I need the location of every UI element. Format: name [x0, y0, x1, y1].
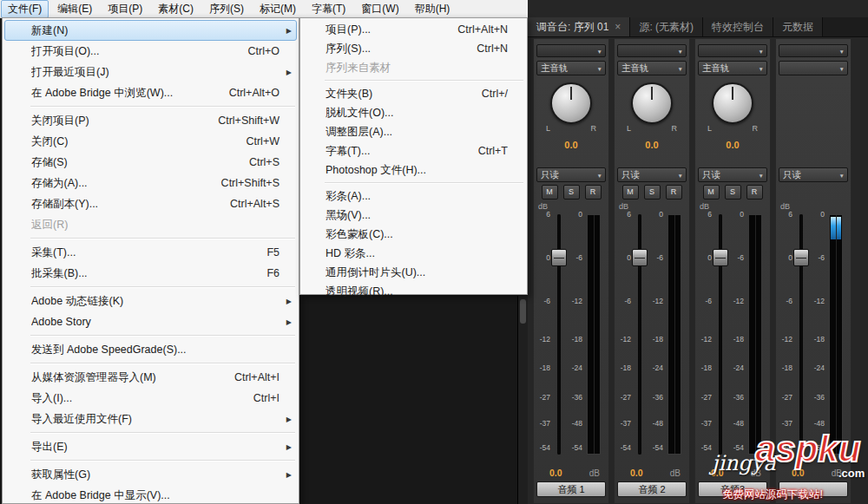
track-button-m[interactable]: M	[622, 185, 639, 200]
tab-audio-mixer[interactable]: 调音台: 序列 01×	[528, 17, 630, 36]
fader-scale-mark: -27	[540, 393, 550, 402]
menu-item[interactable]: Adobe 动态链接(K)▶	[4, 291, 297, 311]
menu-item[interactable]: 批采集(B)...F6	[4, 263, 297, 284]
track-name-button[interactable]: 音频3	[698, 481, 767, 497]
fader-handle[interactable]	[713, 249, 728, 266]
menubar-item[interactable]: 文件(F)	[1, 0, 49, 18]
menu-item[interactable]: 存储(S)Ctrl+S	[4, 152, 297, 173]
track-name-button[interactable]: 音频 2	[617, 481, 687, 497]
automation-mode-dropdown[interactable]: 只读	[698, 167, 767, 182]
menu-item[interactable]: 在 Adobe Bridge 中浏览(W)...Ctrl+Alt+O	[4, 82, 297, 103]
effect-slot-dropdown[interactable]	[536, 44, 606, 57]
fader-handle[interactable]	[793, 249, 809, 266]
track-button-m[interactable]: M	[542, 185, 558, 200]
menu-item[interactable]: 发送到 Adobe SpeedGrade(S)...	[4, 339, 297, 360]
menu-item[interactable]: 脱机文件(O)...	[302, 103, 525, 122]
pan-value[interactable]: 0.0	[697, 140, 768, 150]
menu-item[interactable]: 导入(I)...Ctrl+I	[4, 388, 297, 409]
track-button-r[interactable]: R	[746, 185, 763, 200]
tab-source-monitor[interactable]: 源: (无素材)	[630, 17, 703, 36]
scrollbar-thumb[interactable]	[520, 299, 526, 324]
menubar-item[interactable]: 项目(P)	[101, 0, 149, 18]
effect-slot-dropdown[interactable]	[698, 44, 767, 57]
scrollbar[interactable]	[517, 296, 528, 504]
tab-effect-controls[interactable]: 特效控制台	[703, 17, 773, 36]
fader-handle[interactable]	[632, 249, 648, 266]
fader-handle[interactable]	[551, 249, 567, 266]
track-output-dropdown[interactable]: 主音轨	[698, 61, 767, 75]
pan-value[interactable]: 0.0	[616, 140, 687, 150]
fader-scale-mark: 0	[627, 253, 631, 262]
menu-item[interactable]: 关闭项目(P)Ctrl+Shift+W	[4, 110, 297, 131]
menu-item[interactable]: 透明视频(R)...	[302, 282, 525, 301]
menu-item[interactable]: 打开最近项目(J)▶	[4, 62, 297, 82]
menu-item[interactable]: 文件夹(B)Ctrl+/	[302, 84, 525, 103]
track-button-r[interactable]: R	[666, 185, 682, 200]
pan-knob[interactable]	[712, 82, 753, 124]
volume-value[interactable]: 0.0	[711, 468, 724, 478]
menu-item[interactable]: 在 Adobe Bridge 中显示(V)...	[4, 485, 297, 504]
menu-item[interactable]: 存储为(A)...Ctrl+Shift+S	[4, 173, 297, 193]
menu-item[interactable]: 新建(N)▶	[4, 20, 297, 41]
level-meter	[829, 214, 843, 455]
track-name-button[interactable]	[779, 481, 848, 497]
tab-metadata[interactable]: 元数据	[773, 17, 823, 36]
fader-track[interactable]	[796, 214, 806, 455]
menu-item[interactable]: 字幕(T)...Ctrl+T	[302, 141, 525, 160]
menubar-item[interactable]: 序列(S)	[202, 0, 251, 18]
automation-mode-dropdown[interactable]: 只读	[536, 167, 606, 182]
track-button-s[interactable]: S	[725, 185, 741, 200]
fader-track[interactable]	[635, 214, 644, 455]
menu-item-shortcut: Ctrl+O	[248, 45, 279, 57]
track-button-r[interactable]: R	[585, 185, 602, 200]
pan-knob[interactable]	[631, 82, 673, 124]
menubar-item[interactable]: 标记(M)	[253, 0, 303, 18]
menu-item[interactable]: 存储副本(Y)...Ctrl+Alt+S	[4, 193, 297, 214]
track-output-dropdown[interactable]: 主音轨	[536, 61, 606, 75]
menu-item[interactable]: 通用倒计时片头(U)...	[302, 263, 525, 282]
track-button-s[interactable]: S	[563, 185, 580, 200]
menu-item[interactable]: 采集(T)...F5	[4, 242, 297, 263]
pan-knob[interactable]	[550, 82, 592, 124]
menu-item[interactable]: 调整图层(A)...	[302, 122, 525, 141]
menu-item[interactable]: 导入最近使用文件(F)▶	[4, 409, 297, 429]
volume-readout: 0.0dB	[697, 467, 768, 479]
track-button-s[interactable]: S	[644, 185, 661, 200]
menubar-item[interactable]: 帮助(H)	[408, 0, 457, 18]
menu-item[interactable]: 从媒体资源管理器导入(M)Ctrl+Alt+I	[4, 367, 297, 388]
volume-value[interactable]: 0.0	[630, 468, 643, 478]
pan-value[interactable]: 0.0	[536, 140, 607, 150]
track-output-dropdown[interactable]	[779, 61, 848, 75]
menu-item[interactable]: Photoshop 文件(H)...	[302, 160, 525, 180]
menu-item[interactable]: 关闭(C)Ctrl+W	[4, 131, 297, 152]
menu-item[interactable]: 黑场(V)...	[302, 206, 525, 225]
menubar-item[interactable]: 窗口(W)	[354, 0, 405, 18]
menubar-item[interactable]: 素材(C)	[151, 0, 201, 18]
menubar-item[interactable]: 编辑(E)	[50, 0, 99, 18]
menu-item[interactable]: 导出(E)▶	[4, 436, 297, 457]
menubar-item[interactable]: 字幕(T)	[305, 0, 352, 18]
menu-item[interactable]: 返回(R)	[4, 214, 297, 235]
track-name-button[interactable]: 音频 1	[536, 481, 606, 497]
menu-item[interactable]: 序列(S)...Ctrl+N	[302, 39, 525, 58]
volume-value[interactable]: 0.0	[792, 468, 805, 478]
menu-item[interactable]: 项目(P)...Ctrl+Alt+N	[302, 20, 525, 39]
volume-value[interactable]: 0.0	[549, 468, 562, 478]
menu-item[interactable]: 彩条(A)...	[302, 187, 525, 206]
menu-item[interactable]: 彩色蒙板(C)...	[302, 225, 525, 244]
menu-item[interactable]: 获取属性(G)▶	[4, 464, 297, 485]
effect-slot-dropdown[interactable]	[617, 44, 687, 57]
fader-track[interactable]	[715, 214, 725, 455]
automation-mode-dropdown[interactable]: 只读	[617, 167, 687, 182]
menu-item[interactable]: 序列来自素材	[302, 58, 525, 77]
track-output-dropdown[interactable]: 主音轨	[617, 61, 687, 75]
menu-item[interactable]: 打开项目(O)...Ctrl+O	[4, 41, 297, 62]
track-button-m[interactable]: M	[703, 185, 720, 200]
fader-track[interactable]	[554, 214, 563, 455]
effect-slot-dropdown[interactable]	[779, 44, 848, 57]
menu-item[interactable]: Adobe Story▶	[4, 311, 297, 332]
meter-scale-mark: -54	[653, 443, 663, 452]
automation-mode-dropdown[interactable]: 只读	[779, 167, 848, 182]
tab-close-icon[interactable]: ×	[615, 21, 621, 33]
menu-item[interactable]: HD 彩条...	[302, 244, 525, 263]
